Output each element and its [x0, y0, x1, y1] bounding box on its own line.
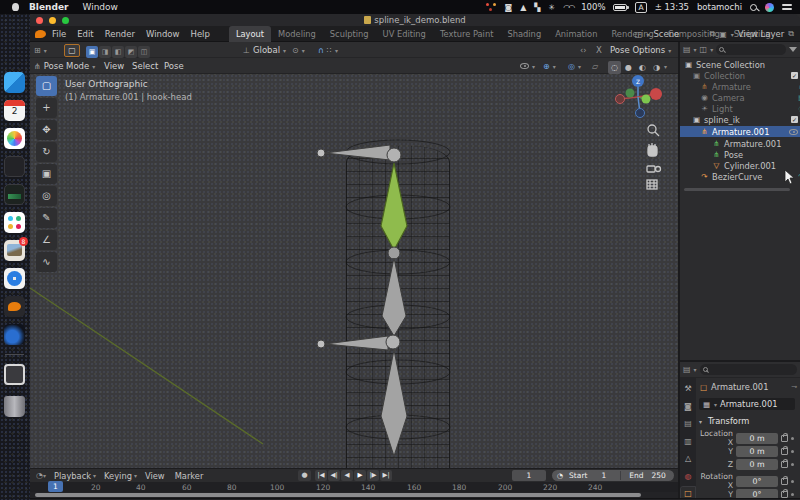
- shading-solid-icon[interactable]: ●: [622, 61, 635, 74]
- select-extend-icon[interactable]: ◨: [99, 46, 111, 58]
- filter-funnel-icon[interactable]: [789, 47, 797, 52]
- prev-keyframe-button[interactable]: ◀|: [328, 470, 340, 481]
- outliner-row-scene-collection[interactable]: ▣Scene Collection: [684, 59, 800, 70]
- id-name-field[interactable]: ▦▾Armature.001: [699, 398, 795, 410]
- editor-type-icon[interactable]: ⊞: [34, 46, 41, 55]
- shield-check-icon[interactable]: ◙: [504, 3, 512, 12]
- control-center-icon[interactable]: [782, 3, 792, 11]
- dock-monitor-icon[interactable]: [4, 184, 25, 205]
- fan-icon[interactable]: ✳: [549, 3, 556, 12]
- checkbox-icon[interactable]: ✓: [791, 116, 798, 123]
- menu-render[interactable]: Render: [105, 29, 135, 39]
- siri-icon[interactable]: [765, 3, 774, 12]
- snap-magnet-icon[interactable]: ∩: [318, 46, 324, 55]
- play-reverse-button[interactable]: ◀: [341, 470, 353, 481]
- outliner-scrollbar[interactable]: [684, 188, 790, 191]
- window-titlebar[interactable]: spline_ik_demo.blend: [30, 14, 800, 26]
- tab-tool[interactable]: ⚒: [681, 382, 695, 395]
- blender-logo-icon[interactable]: [35, 30, 46, 38]
- shading-material-icon[interactable]: ◐: [636, 61, 649, 74]
- menu-keying[interactable]: Keying: [104, 471, 132, 481]
- armature-drawing[interactable]: Z: [30, 74, 678, 468]
- transform-panel-header[interactable]: Transform: [699, 416, 799, 426]
- dock-finder-icon[interactable]: [4, 72, 25, 93]
- dock-photos-icon[interactable]: [4, 128, 25, 149]
- dock-preview-icon[interactable]: 8: [4, 240, 25, 261]
- tab-shading[interactable]: Shading: [500, 26, 548, 42]
- new-layer-icon[interactable]: ⧉: [788, 29, 794, 39]
- dock-blender-icon[interactable]: [4, 296, 25, 317]
- current-frame-badge[interactable]: 1: [48, 481, 63, 492]
- current-frame-field[interactable]: 1: [512, 470, 546, 481]
- outliner-row-spline-ik[interactable]: ▣spline_ik✓: [692, 114, 800, 125]
- properties-editor-icon[interactable]: ▤: [683, 365, 691, 374]
- menu-window[interactable]: Window: [146, 29, 180, 39]
- menubar-window-menu[interactable]: Window: [82, 2, 118, 12]
- outliner-display-icon[interactable]: ◫: [700, 45, 708, 54]
- properties-search-input[interactable]: [700, 364, 797, 375]
- outliner-row-light[interactable]: ☀Light◌: [700, 103, 800, 114]
- xray-icon[interactable]: ▱: [592, 62, 598, 71]
- dock-safari-icon[interactable]: [4, 268, 25, 289]
- tab-scene[interactable]: △: [681, 452, 695, 465]
- animate-dot[interactable]: [791, 463, 794, 466]
- tiles-icon[interactable]: ▚: [534, 3, 540, 12]
- lock-icon[interactable]: [781, 478, 788, 485]
- checkbox-icon[interactable]: ✓: [791, 72, 798, 79]
- scene-name[interactable]: Scene: [653, 29, 705, 39]
- snap-target-icon[interactable]: ∷: [327, 46, 332, 55]
- outliner-row-camera[interactable]: ◉Camera▦: [700, 92, 800, 103]
- jump-end-button[interactable]: ▶|: [380, 470, 392, 481]
- outliner-row-armature-001[interactable]: ⋔Armature.001: [680, 126, 800, 137]
- tab-layout[interactable]: Layout: [229, 26, 271, 42]
- menu-view[interactable]: View: [104, 58, 124, 74]
- menu-marker[interactable]: Marker: [175, 471, 204, 481]
- outliner-search-input[interactable]: [716, 44, 786, 55]
- lock-icon[interactable]: [781, 461, 788, 468]
- select-set-icon[interactable]: ▣: [86, 46, 98, 58]
- animate-dot[interactable]: [791, 493, 794, 496]
- shading-rendered-icon[interactable]: ◑: [650, 61, 663, 74]
- start-frame-field[interactable]: 1: [601, 471, 606, 480]
- animate-dot[interactable]: [791, 437, 794, 440]
- gizmos-icon[interactable]: ⊕: [543, 62, 550, 71]
- outliner-row-pose[interactable]: ⋔Pose◇◇: [712, 149, 800, 160]
- menu-pose[interactable]: Pose: [164, 58, 184, 74]
- pin-icon[interactable]: ⊸: [791, 383, 797, 391]
- menubar-user[interactable]: botamochi: [697, 2, 742, 12]
- mirror-x-toggle[interactable]: X: [596, 45, 602, 55]
- dock-sphere-app-icon[interactable]: [4, 324, 25, 345]
- orientation-value[interactable]: Global: [253, 45, 280, 55]
- menu-help[interactable]: Help: [190, 29, 209, 39]
- next-keyframe-button[interactable]: |▶: [367, 470, 379, 481]
- auto-key-button[interactable]: ●: [298, 470, 311, 481]
- dock-utility-icon[interactable]: [4, 156, 25, 177]
- location-z-field[interactable]: 0 m: [736, 459, 778, 470]
- lock-icon[interactable]: [781, 448, 788, 455]
- wifi-icon[interactable]: ◠◠: [563, 3, 573, 12]
- outliner-row-armature[interactable]: ⋔Armature⋔: [700, 81, 800, 92]
- tab-output[interactable]: ▤: [681, 417, 695, 430]
- location-x-field[interactable]: 0 m: [736, 433, 778, 444]
- menu-file[interactable]: File: [52, 29, 66, 39]
- play-button[interactable]: ▶: [354, 470, 366, 481]
- outliner-row-collection[interactable]: ▣Collection✓: [692, 70, 800, 81]
- animate-dot[interactable]: [791, 480, 794, 483]
- timeline-ruler[interactable]: 1 20 40 60 80 100 120 140 160 180 200 22…: [30, 482, 678, 492]
- brackets-icon[interactable]: ‹›: [580, 46, 586, 55]
- viewport-3d[interactable]: User Orthographic (1) Armature.001 | hoo…: [30, 74, 678, 468]
- tab-world[interactable]: ◍: [681, 470, 695, 483]
- pivot-icon[interactable]: ⊙: [292, 46, 299, 55]
- tab-texture-paint[interactable]: Texture Paint: [433, 26, 501, 42]
- dock-downloads-icon[interactable]: [4, 364, 25, 385]
- menu-edit[interactable]: Edit: [77, 29, 93, 39]
- mode-selector[interactable]: Pose Mode: [44, 61, 90, 71]
- apple-menu-icon[interactable]: [12, 3, 19, 11]
- tab-uv-editing[interactable]: UV Editing: [376, 26, 433, 42]
- status-app-icon[interactable]: [486, 3, 496, 11]
- input-source-icon[interactable]: A: [635, 2, 646, 13]
- tab-sculpting[interactable]: Sculpting: [323, 26, 376, 42]
- location-y-field[interactable]: 0 m: [736, 446, 778, 457]
- menubar-app-name[interactable]: Blender: [29, 2, 68, 12]
- select-invert-icon[interactable]: ◩: [125, 46, 137, 58]
